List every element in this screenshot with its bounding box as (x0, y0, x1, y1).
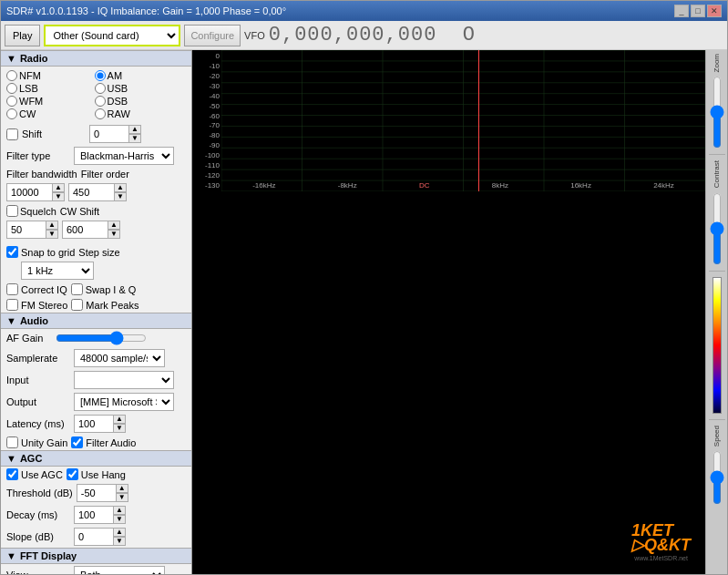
fft-section-label: FFT Display (20, 550, 77, 561)
decay-label: Decay (ms) (6, 509, 70, 520)
device-dropdown[interactable]: Other (Sound card) (44, 25, 180, 46)
decay-input[interactable] (74, 506, 115, 524)
cw-shift-input[interactable] (62, 221, 109, 239)
fm-stereo-row: FM Stereo Mark Peaks (1, 297, 191, 313)
raw-radio-item: RAW (95, 108, 181, 119)
squelch-checkbox[interactable] (6, 205, 18, 217)
filter-bw-up[interactable]: ▲ (52, 183, 65, 192)
fm-stereo-checkbox[interactable] (6, 299, 18, 311)
am-radio[interactable] (95, 70, 106, 81)
filter-order-up[interactable]: ▲ (114, 183, 127, 192)
filter-order-down[interactable]: ▼ (114, 192, 127, 201)
input-dropdown[interactable] (74, 371, 174, 389)
shift-checkbox[interactable] (6, 128, 18, 140)
x-16khz-pos: 16kHz (570, 181, 591, 190)
fm-stereo-label: FM Stereo (21, 300, 67, 311)
mark-peaks-checkbox[interactable] (71, 299, 83, 311)
decay-down[interactable]: ▼ (113, 515, 126, 524)
x-dc: DC (419, 181, 430, 190)
filter-type-dropdown[interactable]: Blackman-Harris 4 (74, 147, 174, 165)
threshold-down[interactable]: ▼ (116, 493, 128, 502)
zoom-slider[interactable] (711, 76, 723, 149)
af-gain-slider[interactable] (56, 331, 147, 345)
squelch-up[interactable]: ▲ (46, 221, 58, 230)
decay-spinner: ▲ ▼ (113, 506, 126, 524)
shift-row: Shift ▲ ▼ (1, 123, 191, 145)
filter-bw-input[interactable] (6, 183, 54, 201)
correct-iq-checkbox[interactable] (6, 283, 18, 295)
step-size-dropdown[interactable]: 1 kHz (21, 262, 94, 280)
wfm-radio[interactable] (6, 96, 17, 107)
slope-input[interactable] (74, 528, 115, 546)
maximize-button[interactable]: □ (691, 5, 705, 17)
squelch-down[interactable]: ▼ (46, 230, 58, 239)
divider-color (709, 419, 725, 420)
dsb-radio[interactable] (95, 96, 106, 107)
shift-spinner: ▲ ▼ (128, 125, 141, 143)
shift-up[interactable]: ▲ (128, 125, 141, 134)
raw-label: RAW (108, 108, 130, 119)
logo-url: www.1MetSDR.net (631, 555, 691, 561)
spectrum-wrapper: 0 -10 -20 -30 -40 -50 -60 -70 -80 -90 -1… (192, 50, 727, 574)
latency-input[interactable] (74, 415, 115, 433)
threshold-up[interactable]: ▲ (116, 484, 128, 493)
latency-down[interactable]: ▼ (113, 424, 126, 433)
shift-down[interactable]: ▼ (128, 134, 141, 143)
filter-order-input[interactable] (68, 183, 116, 201)
filter-audio-checkbox[interactable] (71, 436, 83, 448)
cw-label: CW (19, 108, 36, 119)
snap-checkbox[interactable] (6, 246, 18, 258)
threshold-spinner: ▲ ▼ (116, 484, 128, 502)
use-hang-checkbox[interactable] (67, 468, 78, 480)
output-dropdown[interactable]: [MME] Microsoft Sound (74, 393, 174, 411)
agc-section-label: AGC (20, 453, 42, 464)
slope-down[interactable]: ▼ (113, 537, 126, 546)
nfm-radio[interactable] (6, 70, 17, 81)
dsb-label: DSB (108, 96, 128, 107)
filter-audio-group: Filter Audio (71, 436, 136, 448)
slope-label: Slope (dB) (6, 531, 70, 542)
agc-section-header[interactable]: ▼ AGC (1, 450, 191, 467)
mode-radio-group: NFM AM LSB USB WFM (1, 67, 191, 123)
cw-radio[interactable] (6, 108, 17, 119)
audio-section-label: Audio (20, 315, 48, 326)
audio-section-header[interactable]: ▼ Audio (1, 313, 191, 329)
contrast-slider[interactable] (711, 192, 723, 265)
latency-input-group: ▲ ▼ (74, 415, 126, 433)
shift-input[interactable] (89, 125, 130, 143)
cw-shift-down[interactable]: ▼ (108, 230, 120, 239)
configure-button[interactable]: Configure (184, 25, 241, 46)
fft-collapse-icon: ▼ (6, 550, 16, 561)
usb-radio-item: USB (95, 83, 181, 94)
cw-shift-up[interactable]: ▲ (108, 221, 120, 230)
usb-radio[interactable] (95, 83, 106, 94)
use-hang-group: Use Hang (67, 468, 126, 480)
speed-slider[interactable] (711, 450, 723, 505)
threshold-input[interactable] (77, 484, 118, 502)
raw-radio[interactable] (95, 108, 106, 119)
minimize-button[interactable]: _ (674, 5, 689, 17)
view-dropdown[interactable]: Both (74, 566, 165, 574)
agc-collapse-icon: ▼ (6, 453, 16, 464)
fft-section-header[interactable]: ▼ FFT Display (1, 548, 191, 564)
radio-section-header[interactable]: ▼ Radio (1, 50, 191, 67)
y110: -110 (192, 161, 221, 169)
samplerate-dropdown[interactable]: 48000 sample/sec (74, 349, 165, 367)
filter-bw-spinner: ▲ ▼ (52, 183, 65, 201)
latency-up[interactable]: ▲ (113, 415, 126, 424)
swap-iq-checkbox[interactable] (71, 283, 83, 295)
step-size-row: 1 kHz (1, 260, 191, 282)
play-button[interactable]: Play (5, 25, 40, 46)
squelch-cw-row: Squelch CW Shift (1, 203, 191, 219)
filter-bw-down[interactable]: ▼ (52, 192, 65, 201)
unity-gain-checkbox[interactable] (6, 436, 18, 448)
y10: -10 (192, 62, 221, 70)
squelch-input[interactable] (6, 221, 47, 239)
lsb-radio[interactable] (6, 83, 17, 94)
slope-up[interactable]: ▲ (113, 528, 126, 537)
close-button[interactable]: ✕ (707, 5, 722, 17)
use-agc-checkbox[interactable] (6, 468, 18, 480)
collapse-icon: ▼ (6, 53, 16, 64)
decay-up[interactable]: ▲ (113, 506, 126, 515)
correct-iq-row: Correct IQ Swap I & Q (1, 282, 191, 297)
